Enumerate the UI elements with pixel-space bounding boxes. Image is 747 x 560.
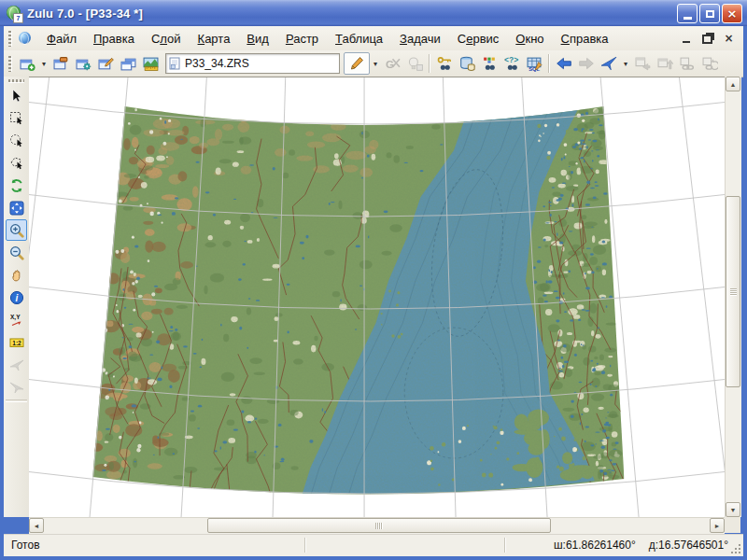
toolbar-separator	[548, 54, 550, 73]
save-session-button[interactable]	[403, 53, 426, 75]
export-window-button[interactable]	[631, 53, 654, 75]
cursor-coordinates: ш:61.86261460° д:16.57646501°	[554, 539, 728, 552]
horizontal-scroll-thumb[interactable]	[207, 518, 551, 533]
edit-mode-dropdown[interactable]: ▾	[370, 53, 381, 75]
group-edit-button[interactable]: G	[381, 53, 403, 75]
pointer-tool-button[interactable]	[6, 85, 27, 106]
select-rectangle-tool-button[interactable]	[6, 107, 27, 129]
refresh-tool-button[interactable]	[6, 175, 27, 196]
mdi-minimize-icon	[683, 41, 690, 43]
bookmark-dropdown[interactable]: ▾	[620, 53, 631, 75]
scroll-down-button[interactable]: ▼	[726, 502, 740, 517]
scroll-right-icon: ►	[714, 523, 721, 529]
horizontal-scrollbar[interactable]: ◄ ►	[29, 517, 725, 534]
menu-item-Таблица[interactable]: Таблица	[327, 28, 391, 49]
goto-xy-icon: X,Y	[9, 313, 24, 328]
forward-button[interactable]	[575, 53, 598, 75]
zoom-in-tool-button[interactable]	[6, 219, 27, 241]
active-map-combo[interactable]: P33_34.ZRS	[165, 53, 340, 74]
pan-tool-button[interactable]	[6, 264, 27, 286]
windows-icon	[120, 56, 136, 72]
status-divider	[504, 538, 506, 553]
refresh-link-button[interactable]	[698, 53, 721, 75]
resize-grip[interactable]	[730, 543, 742, 555]
maximize-button[interactable]	[699, 4, 720, 23]
window-arrow-icon	[635, 56, 651, 72]
dock-grip[interactable]	[8, 79, 24, 83]
scroll-right-button[interactable]: ►	[710, 518, 725, 533]
map-recent-button[interactable]	[49, 53, 72, 75]
scale-tool-button[interactable]: 1:2	[6, 331, 27, 353]
find-by-attribute-button[interactable]	[478, 53, 500, 75]
g-cut-icon: G	[385, 56, 401, 72]
toolbar-grip[interactable]	[8, 56, 12, 72]
map-canvas[interactable]	[29, 77, 725, 518]
vertical-scroll-thumb[interactable]	[726, 196, 740, 387]
app-window: 7 Zulu 7.0 - [P33-34 *] × ФайлПравкаСлой…	[0, 0, 747, 560]
mdi-restore-button[interactable]	[698, 30, 716, 46]
fly-tool-button[interactable]	[6, 354, 27, 375]
windows-button[interactable]	[117, 53, 139, 75]
goto-xy-tool-button[interactable]: X,Y	[6, 309, 27, 330]
svg-text:<?>: <?>	[504, 56, 518, 64]
document-globe-icon[interactable]	[18, 31, 33, 46]
fly-back-tool-button[interactable]	[6, 376, 27, 398]
scroll-left-icon: ◄	[34, 523, 40, 529]
code-search-icon: <?>	[504, 56, 520, 72]
chain-refresh-icon	[702, 56, 718, 72]
zoom-out-tool-button[interactable]	[6, 242, 27, 263]
info-icon: i	[9, 290, 24, 305]
mdi-close-icon: ×	[724, 33, 733, 44]
minimize-button[interactable]	[677, 4, 698, 23]
vertical-scrollbar[interactable]: ▲ ▼	[725, 77, 741, 517]
mdi-close-button[interactable]: ×	[720, 30, 738, 46]
menu-items: ФайлПравкаСлойКартаВидРастрТаблицаЗадачи…	[38, 28, 617, 49]
select-polygon-tool-button[interactable]	[6, 152, 27, 174]
mdi-minimize-button[interactable]	[677, 30, 695, 46]
select-circle-tool-button[interactable]	[6, 130, 27, 151]
dropdown-icon: ▾	[39, 60, 49, 68]
map-tools-dock: i X,Y 1:2	[4, 77, 30, 517]
dropdown-icon: ▾	[371, 60, 381, 68]
menu-item-Правка[interactable]: Правка	[85, 28, 143, 49]
close-icon: ×	[727, 7, 738, 20]
scroll-up-button[interactable]: ▲	[726, 77, 740, 91]
menu-item-Окно[interactable]: Окно	[507, 28, 552, 49]
menu-item-Вид[interactable]: Вид	[238, 28, 277, 49]
full-extent-tool-button[interactable]	[6, 197, 27, 218]
menu-item-Файл[interactable]: Файл	[38, 28, 85, 49]
menu-item-Слой[interactable]: Слой	[143, 28, 190, 49]
menubar-grip[interactable]	[8, 31, 12, 47]
map-properties-button[interactable]	[72, 53, 94, 75]
attributes-search-icon	[482, 56, 498, 72]
thumb-grip	[730, 288, 737, 296]
svg-text:i: i	[15, 293, 18, 303]
back-button[interactable]	[553, 53, 575, 75]
scroll-left-button[interactable]: ◄	[29, 518, 44, 533]
link-button[interactable]	[676, 53, 698, 75]
longitude-readout: д:16.57646501°	[649, 539, 728, 552]
open-map-dropdown[interactable]: ▾	[38, 53, 49, 75]
menu-item-Сервис[interactable]: Сервис	[449, 28, 508, 49]
close-button[interactable]: ×	[722, 4, 742, 23]
open-map-button[interactable]	[16, 53, 38, 75]
menu-item-Карта[interactable]: Карта	[190, 28, 239, 49]
goto-bookmark-button[interactable]	[598, 53, 620, 75]
edit-mode-button[interactable]	[344, 52, 370, 75]
raster-button[interactable]	[139, 53, 162, 75]
info-tool-button[interactable]: i	[6, 287, 27, 308]
menu-item-Задачи[interactable]: Задачи	[391, 28, 449, 49]
menu-item-Справка[interactable]: Справка	[553, 28, 617, 49]
find-by-id-button[interactable]	[433, 53, 456, 75]
menu-item-Растр[interactable]: Растр	[277, 28, 327, 49]
full-extent-icon	[9, 201, 24, 216]
pan-hand-icon	[9, 268, 24, 283]
find-in-database-button[interactable]	[456, 53, 478, 75]
find-by-code-button[interactable]: <?>	[500, 53, 523, 75]
thumb-grip	[375, 523, 383, 529]
map-edit-button[interactable]	[94, 53, 117, 75]
map-raster	[29, 77, 725, 518]
main-toolbar: ▾	[4, 50, 743, 77]
sql-query-button[interactable]: SQL	[523, 53, 545, 75]
send-window-button[interactable]	[654, 53, 676, 75]
